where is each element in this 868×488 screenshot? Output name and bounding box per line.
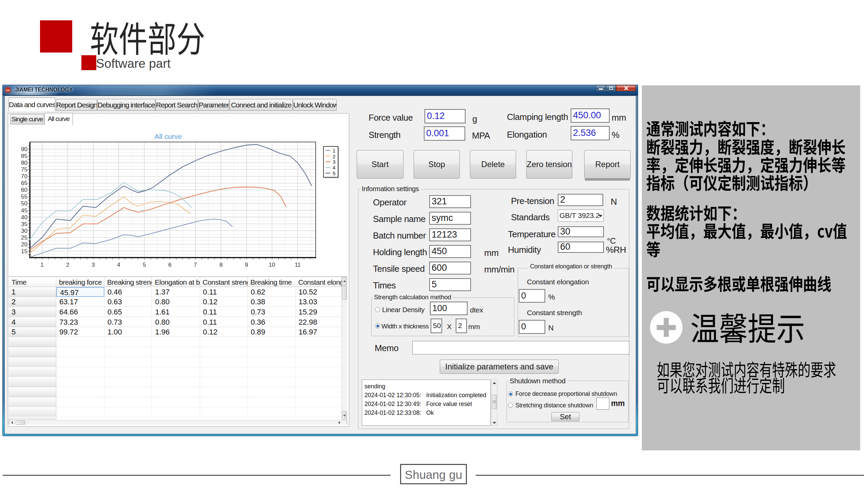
svg-text:40: 40 xyxy=(21,214,27,221)
svg-text:9: 9 xyxy=(245,262,248,268)
svg-text:15: 15 xyxy=(21,248,27,255)
svg-text:60: 60 xyxy=(21,187,27,193)
svg-text:8: 8 xyxy=(219,262,222,268)
svg-text:45: 45 xyxy=(21,207,27,214)
svg-text:OK: OK xyxy=(6,89,10,92)
svg-text:80: 80 xyxy=(21,160,27,166)
svg-text:5: 5 xyxy=(333,170,335,176)
svg-text:2: 2 xyxy=(333,154,335,159)
svg-text:4: 4 xyxy=(333,165,335,170)
svg-text:3: 3 xyxy=(333,159,335,165)
svg-text:35: 35 xyxy=(21,221,27,227)
svg-text:3: 3 xyxy=(92,262,95,268)
svg-text:25: 25 xyxy=(21,235,27,241)
svg-text:11: 11 xyxy=(295,262,301,268)
svg-text:20: 20 xyxy=(21,241,27,248)
svg-text:1: 1 xyxy=(333,148,335,154)
svg-text:2: 2 xyxy=(66,262,69,268)
svg-text:All curve: All curve xyxy=(155,133,182,140)
svg-text:5: 5 xyxy=(143,262,146,268)
svg-text:85: 85 xyxy=(21,153,27,159)
svg-text:4: 4 xyxy=(117,262,120,268)
svg-text:75: 75 xyxy=(21,166,27,173)
svg-text:1: 1 xyxy=(40,262,43,268)
svg-text:50: 50 xyxy=(21,200,27,207)
svg-text:70: 70 xyxy=(21,173,27,180)
svg-text:90: 90 xyxy=(21,146,27,152)
svg-text:7: 7 xyxy=(194,262,197,268)
svg-text:65: 65 xyxy=(21,180,27,186)
svg-text:10: 10 xyxy=(269,262,275,268)
svg-text:6: 6 xyxy=(168,262,171,268)
svg-text:55: 55 xyxy=(21,194,27,200)
svg-text:30: 30 xyxy=(21,228,27,234)
